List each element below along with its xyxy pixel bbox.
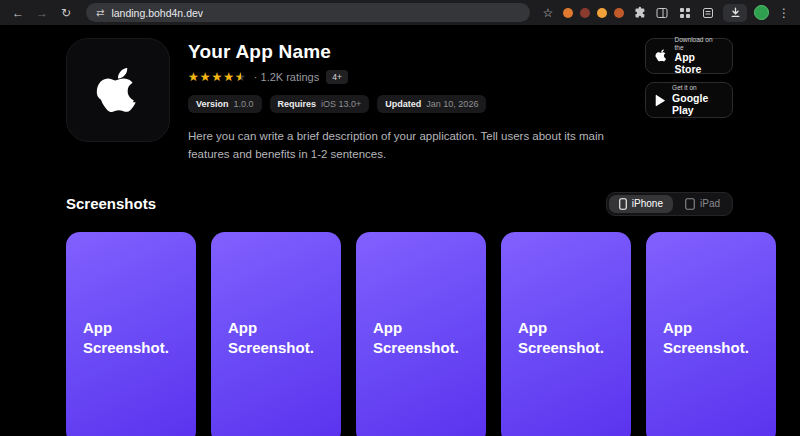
stars-fill: ★★★★★ (188, 71, 241, 83)
apple-store-icon (655, 49, 668, 64)
rating-row: ★★★★★ ★★★★★ · 1.2K ratings 4+ (188, 70, 627, 84)
screenshot-card-text: App Screenshot. (83, 318, 179, 359)
toggle-iphone-label: iPhone (632, 198, 663, 209)
screenshot-card: App Screenshot. (66, 232, 196, 436)
extension-icon-2[interactable] (580, 8, 590, 18)
address-bar[interactable]: ⇄ landing.bohd4n.dev (86, 3, 530, 22)
requires-badge: Requires iOS 13.0+ (270, 95, 370, 113)
extension-icon-3[interactable] (597, 8, 607, 18)
screenshot-card: App Screenshot. (211, 232, 341, 436)
ipad-icon (685, 198, 695, 210)
screenshot-card-text: App Screenshot. (228, 318, 324, 359)
google-play-small-text: Get it on (672, 84, 723, 91)
screenshot-card: App Screenshot. (646, 232, 776, 436)
google-play-button[interactable]: Get it on Google Play (645, 82, 733, 118)
app-store-button[interactable]: Download on the App Store (645, 38, 733, 74)
panels-icon[interactable] (654, 5, 670, 21)
rating-count: · 1.2K ratings (254, 71, 319, 83)
age-rating-badge: 4+ (326, 70, 348, 84)
device-toggle: iPhone iPad (606, 192, 733, 216)
google-play-big-text: Google Play (672, 92, 723, 116)
toggle-iphone[interactable]: iPhone (609, 195, 673, 213)
screenshots-header: Screenshots iPhone iPad (66, 192, 733, 216)
landing-page: Your App Name ★★★★★ ★★★★★ · 1.2K ratings… (0, 26, 800, 436)
app-name: Your App Name (188, 41, 627, 63)
bookmark-star-icon[interactable]: ☆ (540, 5, 556, 21)
updated-label: Updated (385, 99, 421, 109)
updated-value: Jan 10, 2026 (426, 99, 478, 109)
screenshot-card-text: App Screenshot. (663, 318, 759, 359)
extensions-puzzle-icon[interactable] (631, 5, 647, 21)
screenshot-card-text: App Screenshot. (518, 318, 614, 359)
app-info: Your App Name ★★★★★ ★★★★★ · 1.2K ratings… (188, 38, 627, 164)
google-play-icon (655, 94, 665, 107)
grid-icon[interactable] (677, 5, 693, 21)
browser-window: ← → ↻ ⇄ landing.bohd4n.dev ☆ (0, 0, 800, 436)
toolbar-actions: ☆ ⋮ (540, 4, 792, 22)
screenshot-card: App Screenshot. (356, 232, 486, 436)
screenshots-title: Screenshots (66, 195, 156, 212)
app-store-small-text: Download on the (675, 36, 723, 51)
url-text: landing.bohd4n.dev (111, 7, 203, 19)
iphone-icon (619, 198, 627, 210)
screenshot-card: App Screenshot. (501, 232, 631, 436)
rating-stars: ★★★★★ ★★★★★ (188, 71, 247, 83)
requires-value: iOS 13.0+ (321, 99, 361, 109)
downloads-icon[interactable] (723, 4, 747, 22)
screenshot-cards: App Screenshot. App Screenshot. App Scre… (66, 232, 733, 436)
forward-icon[interactable]: → (32, 3, 52, 23)
extension-icon-4[interactable] (614, 8, 624, 18)
profile-avatar[interactable] (754, 5, 769, 20)
reading-list-icon[interactable] (700, 5, 716, 21)
app-description: Here you can write a brief description o… (188, 127, 627, 164)
apple-logo-icon (95, 67, 141, 113)
store-buttons: Download on the App Store Get it on Goog… (645, 38, 733, 164)
browser-menu-icon[interactable]: ⋮ (776, 6, 792, 20)
toggle-ipad[interactable]: iPad (675, 195, 730, 213)
version-value: 1.0.0 (234, 99, 254, 109)
back-icon[interactable]: ← (8, 3, 28, 23)
extension-icon-1[interactable] (563, 8, 573, 18)
browser-toolbar: ← → ↻ ⇄ landing.bohd4n.dev ☆ (0, 0, 800, 26)
screenshot-card-text: App Screenshot. (373, 318, 469, 359)
app-icon (66, 38, 170, 142)
version-badge: Version 1.0.0 (188, 95, 262, 113)
app-store-big-text: App Store (675, 51, 723, 75)
toggle-ipad-label: iPad (700, 198, 720, 209)
version-label: Version (196, 99, 229, 109)
site-info-icon[interactable]: ⇄ (96, 8, 104, 18)
updated-badge: Updated Jan 10, 2026 (377, 95, 486, 113)
reload-icon[interactable]: ↻ (56, 3, 76, 23)
requires-label: Requires (278, 99, 317, 109)
app-header: Your App Name ★★★★★ ★★★★★ · 1.2K ratings… (66, 38, 733, 164)
meta-badges: Version 1.0.0 Requires iOS 13.0+ Updated… (188, 95, 627, 113)
